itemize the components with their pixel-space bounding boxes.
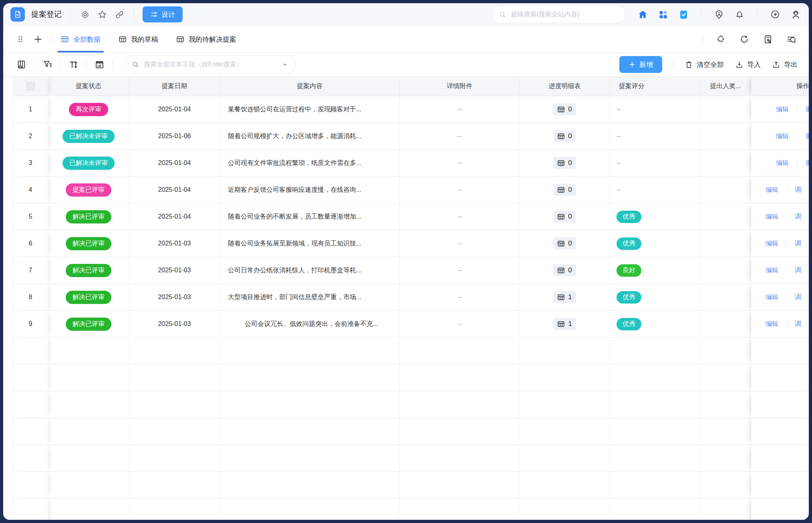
progress-table-chip[interactable]: 0 — [553, 130, 576, 142]
secondary-action-link[interactable]: 调 — [795, 186, 801, 194]
edit-link[interactable]: 编辑 — [766, 320, 778, 328]
progress-table-chip[interactable]: 0 — [553, 184, 576, 196]
table-row[interactable]: 4 提案已评审 2025-01-04 近期客户反馈公司客服响应速度慢，在线咨询.… — [3, 177, 809, 203]
progress-table-chip[interactable]: 0 — [553, 211, 576, 223]
tasks-check-icon[interactable] — [677, 8, 689, 20]
table-search-input[interactable] — [143, 60, 278, 68]
score-value: 优秀 — [617, 318, 641, 330]
edit-link[interactable]: 编辑 — [776, 105, 789, 114]
column-header-attach[interactable]: 详情附件 — [400, 76, 520, 96]
edit-link[interactable]: 编辑 — [766, 293, 778, 302]
recycle-bin-icon[interactable] — [715, 33, 727, 45]
drag-handle-icon[interactable] — [14, 33, 26, 45]
export-button[interactable]: 导出 — [772, 60, 798, 69]
apps-grid-icon[interactable] — [657, 8, 669, 20]
column-header-content[interactable]: 提案内容 — [220, 76, 400, 96]
empty-table-row[interactable] — [3, 391, 809, 418]
edit-link[interactable]: 编辑 — [766, 186, 778, 194]
divider — [703, 34, 703, 44]
edit-link[interactable]: 编辑 — [776, 132, 789, 141]
cell-progress-detail: 1 — [520, 284, 610, 311]
divider — [34, 60, 34, 69]
secondary-action-link[interactable]: 调 — [795, 320, 801, 328]
progress-table-chip[interactable]: 0 — [553, 103, 576, 115]
tab-my-pending-proposals[interactable]: 我的待解决提案 — [174, 26, 238, 52]
secondary-action-link[interactable]: 调 — [795, 213, 801, 221]
tab-my-drafts[interactable]: 我的草稿 — [117, 26, 160, 52]
progress-table-chip[interactable]: 0 — [553, 237, 576, 249]
column-header-reward[interactable]: 提出人奖... — [700, 76, 751, 96]
table-search[interactable] — [125, 55, 296, 74]
table-row[interactable]: 7 解决已评审 2025-01-03 公司日常办公纸张消耗惊人，打印机墨盒等耗.… — [3, 257, 809, 284]
secondary-action-link[interactable]: 更 — [805, 105, 809, 114]
empty-table-row[interactable] — [3, 499, 809, 520]
cell-reward — [700, 96, 751, 123]
edit-link[interactable]: 编辑 — [776, 159, 789, 167]
edit-link[interactable]: 编辑 — [766, 239, 778, 248]
table-row[interactable]: 3 已解决未评审 2025-01-04 公司现有文件审批流程繁琐，纸质文件需在多… — [3, 150, 809, 177]
empty-table-row[interactable] — [3, 338, 809, 364]
compass-help-icon[interactable] — [769, 8, 781, 20]
edit-link[interactable]: 编辑 — [766, 266, 778, 275]
edit-link[interactable]: 编辑 — [766, 213, 778, 221]
sort-text-icon[interactable] — [66, 58, 80, 71]
empty-table-row[interactable] — [3, 364, 809, 391]
add-record-button[interactable]: 新增 — [619, 56, 662, 73]
status-badge: 已解决未评审 — [62, 130, 115, 143]
cell-attachment: -- — [400, 150, 520, 177]
app-window: 提案登记 设计 — [3, 3, 809, 520]
secondary-action-link[interactable]: 调 — [795, 266, 801, 275]
table-row[interactable]: 5 解决已评审 2025-01-04 随着公司业务的不断发展，员工数量逐渐增加.… — [3, 203, 809, 230]
refresh-icon[interactable] — [738, 33, 750, 45]
global-search[interactable] — [492, 6, 626, 23]
cell-progress-detail — [520, 499, 610, 520]
cell-content: 公司日常办公纸张消耗惊人，打印机墨盒等耗... — [220, 257, 400, 284]
home-icon[interactable] — [637, 8, 649, 20]
cell-content — [220, 499, 400, 520]
table-row[interactable]: 9 解决已评审 2025-01-03 公司会议冗长、低效问题突出，会前准备不充.… — [3, 311, 809, 338]
empty-table-row[interactable] — [3, 418, 809, 445]
column-header-date[interactable]: 提案日期 — [129, 76, 220, 96]
badge-hexagon-icon[interactable] — [713, 8, 725, 20]
global-search-input[interactable] — [510, 10, 619, 18]
record-log-icon[interactable] — [762, 33, 774, 45]
column-header-status[interactable]: 提案状态 — [48, 76, 129, 96]
progress-table-chip[interactable]: 0 — [553, 157, 576, 169]
progress-table-chip[interactable]: 1 — [553, 291, 576, 303]
hide-fields-icon[interactable] — [14, 58, 28, 71]
secondary-action-link[interactable]: 调 — [795, 293, 801, 302]
secondary-action-link[interactable]: 更 — [805, 132, 809, 141]
chevron-down-icon[interactable] — [281, 60, 289, 69]
secondary-action-link[interactable]: 调 — [795, 239, 801, 248]
filter-search-icon[interactable] — [786, 33, 798, 45]
table-row[interactable]: 1 再次评审 2025-01-04 某餐饮连锁公司在运营过程中，发现顾客对于..… — [3, 96, 809, 123]
cell-content: 某餐饮连锁公司在运营过程中，发现顾客对于... — [220, 96, 400, 123]
select-all-checkbox[interactable] — [26, 82, 35, 91]
import-button[interactable]: 导入 — [735, 60, 761, 69]
cell-row-number — [13, 445, 48, 472]
filter-funnel-icon[interactable] — [40, 58, 54, 71]
link-icon[interactable] — [113, 8, 125, 20]
cell-row-number: 7 — [13, 257, 48, 284]
add-view-icon[interactable] — [32, 33, 44, 45]
star-favorite-icon[interactable] — [96, 8, 108, 20]
bell-notifications-icon[interactable] — [733, 8, 746, 20]
settings-gear-icon[interactable] — [79, 8, 91, 20]
account-avatar-icon[interactable] — [790, 8, 802, 20]
cell-content — [220, 445, 400, 472]
column-header-detail[interactable]: 进度明细表 — [520, 76, 610, 96]
progress-table-chip[interactable]: 0 — [553, 264, 576, 276]
design-button[interactable]: 设计 — [143, 6, 183, 22]
row-style-icon[interactable] — [93, 58, 106, 71]
empty-table-row[interactable] — [3, 472, 809, 499]
empty-table-row[interactable] — [3, 445, 809, 472]
tab-all-data[interactable]: 全部数据 — [59, 26, 102, 52]
clear-all-button[interactable]: 清空全部 — [684, 60, 724, 69]
secondary-action-link[interactable]: 更 — [805, 159, 809, 167]
table-row[interactable]: 6 解决已评审 2025-01-03 随着公司业务拓展至新领域，现有员工知识技.… — [3, 230, 809, 257]
column-header-score[interactable]: 提案评分 — [610, 76, 700, 96]
column-header-action[interactable]: 操作 — [751, 76, 809, 96]
table-row[interactable]: 2 已解决未评审 2025-01-06 随着公司规模扩大，办公区域增多，能源消耗… — [3, 123, 809, 150]
progress-table-chip[interactable]: 1 — [553, 318, 576, 330]
table-row[interactable]: 8 解决已评审 2025-01-03 大型项目推进时，部门间信息壁垒严重，市场.… — [3, 284, 809, 311]
